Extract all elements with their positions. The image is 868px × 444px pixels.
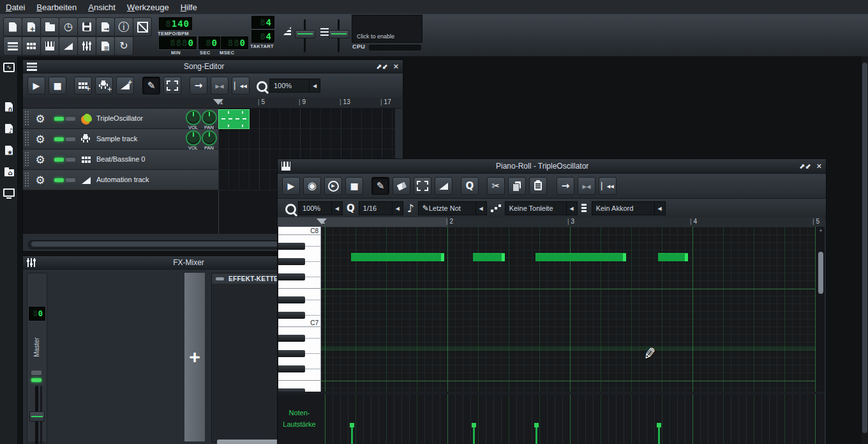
- add-automation-button[interactable]: [116, 77, 134, 95]
- arrow-right-button[interactable]: →: [557, 177, 574, 195]
- project-notes-toggle-button[interactable]: [96, 36, 115, 56]
- scale-dropdown[interactable]: Keine Tonleite◀: [505, 201, 578, 215]
- scroll-thumb[interactable]: [818, 252, 823, 294]
- chord-dropdown[interactable]: Kein Akkord◀: [592, 201, 666, 215]
- detune-button[interactable]: [435, 177, 453, 195]
- black-key[interactable]: [278, 335, 305, 342]
- menu-item-datei[interactable]: Datei: [0, 0, 31, 14]
- black-key[interactable]: [278, 350, 305, 357]
- timesig-numerator-display[interactable]: 84: [251, 16, 274, 29]
- vol-knob[interactable]: [186, 110, 201, 125]
- black-key[interactable]: [278, 273, 305, 280]
- arrow-right-button[interactable]: →: [190, 77, 207, 95]
- track-grip-handle[interactable]: [24, 172, 30, 188]
- select-button[interactable]: [163, 77, 181, 95]
- fx-new-channel-button[interactable]: +: [184, 273, 205, 441]
- close-icon[interactable]: ✕: [816, 163, 822, 170]
- black-key[interactable]: [278, 258, 305, 265]
- close-icon[interactable]: ✕: [393, 63, 399, 70]
- song-editor-titlebar[interactable]: Song-Editor ⬈⬋ ✕: [23, 60, 403, 73]
- velocity-stem[interactable]: [351, 423, 353, 444]
- track-mute-led[interactable]: [54, 158, 64, 162]
- whats-this-button[interactable]: [133, 17, 152, 36]
- stop-button[interactable]: ■: [345, 177, 363, 195]
- q-dropdown[interactable]: 1/16◀: [359, 201, 403, 215]
- menu-item-bearbeiten[interactable]: Bearbeiten: [31, 0, 82, 14]
- track-actions-button[interactable]: ⚙: [33, 111, 48, 126]
- velocity-stem[interactable]: [658, 423, 660, 444]
- track-header-automation-track[interactable]: ⚙Automation track: [23, 170, 218, 190]
- piano-roll-toggle-button[interactable]: [40, 36, 59, 56]
- sidebar-presets-button[interactable]: [3, 123, 15, 134]
- track-grip-handle[interactable]: [24, 131, 30, 147]
- workspace-vscrollbar[interactable]: [860, 56, 868, 444]
- erase-button[interactable]: [393, 177, 410, 195]
- track-header-tripleoscillator[interactable]: ⚙TripleOscillatorVOLPAN: [23, 109, 218, 129]
- fx-mixer-toggle-button[interactable]: [77, 36, 96, 56]
- add-bb-button[interactable]: [74, 77, 92, 95]
- midi-note[interactable]: [473, 253, 505, 261]
- play-button[interactable]: ▶: [282, 177, 300, 195]
- pan-knob[interactable]: [202, 130, 217, 146]
- black-key[interactable]: [278, 365, 305, 372]
- dropdown-left-arrow-icon[interactable]: ◀: [309, 79, 320, 92]
- jump-end-button[interactable]: ▸◂: [211, 77, 228, 95]
- maximize-icon[interactable]: ⬈⬋: [799, 163, 811, 170]
- black-key[interactable]: [278, 312, 305, 319]
- zoom-dropdown[interactable]: 100%◀: [298, 201, 343, 215]
- master-pitch-slider[interactable]: [329, 30, 349, 38]
- midi-note[interactable]: [658, 253, 688, 261]
- velocity-stem[interactable]: [473, 423, 475, 444]
- dropdown-left-arrow-icon[interactable]: ◀: [654, 202, 665, 215]
- jump-start-button[interactable]: ▏◂◂: [232, 77, 250, 95]
- piano-roll-timeline[interactable]: 1|2|3|4|5: [278, 217, 825, 227]
- select-button[interactable]: [414, 177, 431, 195]
- master-volume-slider[interactable]: [295, 30, 315, 38]
- timesig-denominator-display[interactable]: 84: [251, 30, 274, 43]
- menu-item-werkzeuge[interactable]: Werkzeuge: [121, 0, 175, 14]
- effect-chain-enable-led[interactable]: [216, 277, 224, 280]
- note-length-dropdown[interactable]: ✎Letzte Not◀: [418, 201, 487, 215]
- midi-note[interactable]: [351, 253, 444, 261]
- piano-keyboard[interactable]: C8C7: [278, 227, 320, 392]
- velocity-grid[interactable]: [320, 394, 816, 444]
- track-solo-led[interactable]: [66, 137, 75, 141]
- menu-item-hilfe[interactable]: Hilfe: [175, 0, 203, 14]
- recently-opened-button[interactable]: ◷: [59, 17, 78, 36]
- black-key[interactable]: [278, 296, 305, 303]
- track-mute-led[interactable]: [54, 137, 64, 141]
- dropdown-left-arrow-icon[interactable]: ◀: [475, 202, 486, 215]
- track-solo-led[interactable]: [66, 117, 75, 121]
- track-mute-led[interactable]: [54, 117, 64, 121]
- track-header-beat-bassline-0[interactable]: ⚙Beat/Bassline 0: [23, 149, 218, 170]
- record-button[interactable]: ◉: [303, 177, 321, 195]
- draw-button[interactable]: ✎: [371, 177, 389, 195]
- export-project-button[interactable]: [96, 17, 115, 36]
- scroll-thumb[interactable]: [862, 63, 867, 433]
- fx-master-fader[interactable]: [29, 411, 45, 422]
- fx-channel-master[interactable]: 80 Master: [27, 273, 47, 443]
- maximize-icon[interactable]: ⬈⬋: [376, 63, 387, 70]
- sidebar-instruments-button[interactable]: ∿: [3, 61, 15, 73]
- add-sample-button[interactable]: [95, 77, 113, 95]
- piano-roll-titlebar[interactable]: Piano-Roll - TripleOscillator ⬈⬋ ✕: [278, 159, 826, 174]
- copy-button[interactable]: [508, 177, 526, 195]
- play-record-button[interactable]: ▶: [324, 177, 342, 195]
- midi-note[interactable]: [535, 253, 626, 261]
- scroll-up-arrow[interactable]: ▲: [819, 228, 823, 232]
- save-project-button[interactable]: [77, 17, 96, 36]
- controller-rack-toggle-button[interactable]: ↻: [114, 36, 133, 56]
- track-mute-led[interactable]: [54, 178, 64, 182]
- midi-pattern-block[interactable]: [218, 109, 250, 129]
- stop-button[interactable]: ■: [49, 77, 66, 95]
- sidebar-root-button[interactable]: [3, 166, 15, 178]
- dropdown-left-arrow-icon[interactable]: ◀: [392, 202, 403, 215]
- pan-knob[interactable]: [202, 110, 217, 125]
- draw-button[interactable]: ✎: [142, 77, 160, 95]
- visualization-panel[interactable]: Click to enable: [352, 15, 423, 43]
- track-solo-led[interactable]: [66, 158, 75, 162]
- tempo-display[interactable]: 8140: [159, 17, 192, 30]
- new-project-button[interactable]: [3, 17, 22, 36]
- track-header-sample-track[interactable]: ⚙Sample trackVOLPAN: [23, 129, 218, 149]
- quantize-button[interactable]: Q: [461, 177, 479, 195]
